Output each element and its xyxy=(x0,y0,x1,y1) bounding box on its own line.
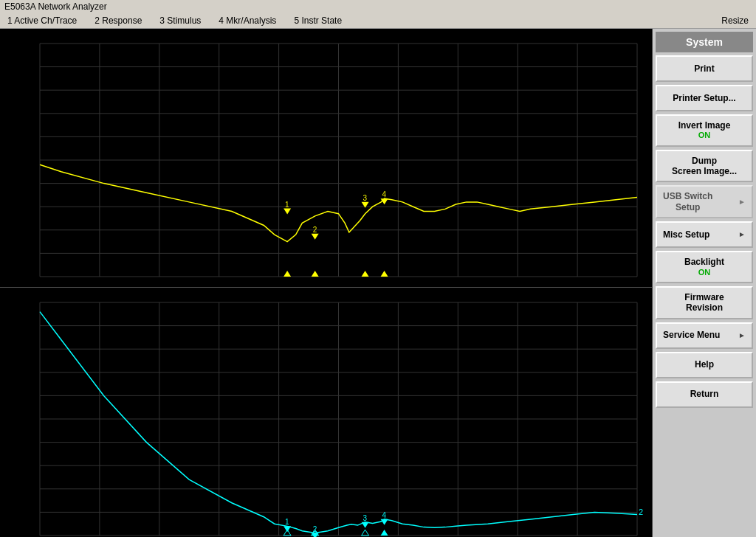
usb-switch-button[interactable]: USB SwitchSetup ► xyxy=(656,185,753,218)
trace2-canvas xyxy=(0,288,652,538)
misc-setup-arrow: ► xyxy=(738,230,746,239)
invert-image-button[interactable]: Invert ImageON xyxy=(656,114,753,147)
menu-active-ch[interactable]: 1 Active Ch/Trace xyxy=(4,15,80,27)
resize-button[interactable]: Resize xyxy=(718,15,752,27)
app-title: E5063A Network Analyzer xyxy=(4,1,107,12)
trace1-canvas xyxy=(0,29,652,287)
firmware-revision-button[interactable]: FirmwareRevision xyxy=(656,286,753,319)
printer-setup-button[interactable]: Printer Setup... xyxy=(656,85,753,111)
help-button[interactable]: Help xyxy=(656,352,753,378)
service-menu-arrow: ► xyxy=(738,331,746,340)
dump-screen-button[interactable]: DumpScreen Image... xyxy=(656,150,753,183)
main-layout: Tr1 S11 Log Mag 10.00 dB/ Ref 0.000 dB [… xyxy=(0,29,756,537)
service-menu-button[interactable]: Service Menu ► xyxy=(656,322,753,349)
panel-title: System xyxy=(656,32,753,52)
trace2-panel: Tr2 S11 SWR 500.0 m/ Ref 1.000 [F2] 6.00… xyxy=(0,288,652,538)
trace1-panel: Tr1 S11 Log Mag 10.00 dB/ Ref 0.000 dB [… xyxy=(0,29,652,288)
misc-setup-button[interactable]: Misc Setup ► xyxy=(656,221,753,248)
menu-instr[interactable]: 5 Instr State xyxy=(291,15,345,27)
print-button[interactable]: Print xyxy=(656,55,753,82)
return-button[interactable]: Return xyxy=(656,381,753,408)
backlight-button[interactable]: BacklightON xyxy=(656,251,753,283)
menu-response[interactable]: 2 Response xyxy=(92,15,145,27)
menu-stimulus[interactable]: 3 Stimulus xyxy=(157,15,204,27)
menu-mkr[interactable]: 4 Mkr/Analysis xyxy=(216,15,279,27)
menu-bar: 1 Active Ch/Trace 2 Response 3 Stimulus … xyxy=(0,13,756,29)
chart-area: Tr1 S11 Log Mag 10.00 dB/ Ref 0.000 dB [… xyxy=(0,29,653,537)
title-bar: E5063A Network Analyzer xyxy=(0,0,756,13)
usb-switch-arrow: ► xyxy=(738,198,746,207)
right-panel: System Print Printer Setup... Invert Ima… xyxy=(653,29,756,537)
